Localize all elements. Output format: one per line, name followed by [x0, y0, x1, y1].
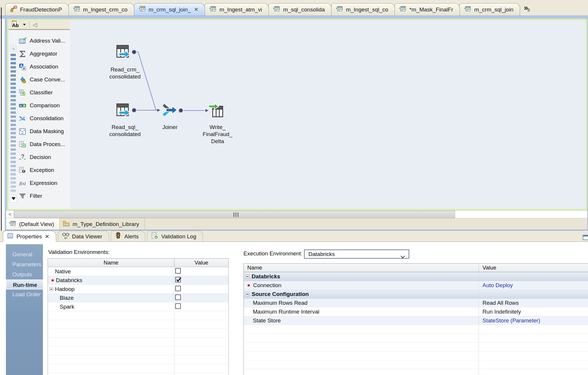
collapse-expander-icon[interactable]	[245, 274, 249, 278]
execution-row-connection: ConnectionAuto Deploy	[244, 281, 588, 290]
table-header-row: Name Value	[244, 264, 588, 272]
palette-scrollbar[interactable]	[10, 30, 17, 209]
panel-tab-properties[interactable]: Properties✕	[3, 231, 56, 242]
view-tab-m_type_definition_library[interactable]: m_Type_Definition_Library	[60, 218, 145, 230]
collapse-palette-button[interactable]: ◁	[33, 21, 37, 28]
palette-item-label: Filter	[30, 193, 42, 199]
checkbox-checked[interactable]	[175, 277, 181, 282]
expression-icon: f(x)	[19, 179, 26, 187]
font-tool-icon[interactable]: Ab	[11, 20, 21, 29]
palette-item-label: Association	[30, 63, 58, 70]
column-header-name[interactable]: Name	[48, 259, 174, 267]
palette-item-data-processor[interactable]: Data Proces...	[19, 138, 70, 151]
property-name: Source Configuration	[252, 291, 309, 297]
execution-environment-select[interactable]: Databricks	[304, 250, 409, 259]
close-view-icon[interactable]: ✕	[45, 233, 49, 240]
close-tab-icon[interactable]: ✕	[194, 7, 198, 12]
nav-item-outputs[interactable]: Outputs	[6, 269, 43, 279]
required-indicator	[248, 284, 250, 287]
checkbox-unchecked[interactable]	[175, 294, 181, 300]
alerts-icon	[115, 232, 122, 241]
panel-tab-validation-log[interactable]: Validation Log	[147, 231, 203, 242]
editor-tab--m_mask_finalfr[interactable]: *m_Mask_FinalFr	[395, 3, 460, 16]
editor-tab-m_sql_consolida[interactable]: m_sql_consolida	[268, 3, 332, 16]
checkbox-unchecked[interactable]	[175, 286, 181, 291]
triangle-down-icon	[11, 197, 16, 200]
checkbox-unchecked[interactable]	[175, 303, 181, 309]
node-label-joiner[interactable]: Joiner	[162, 124, 178, 131]
editor-tab-m_crm_sql_join[interactable]: m_crm_sql_join	[460, 3, 520, 16]
panel-tab-label: Properties	[16, 233, 42, 240]
nav-item-parameters[interactable]: Parameters	[6, 260, 43, 269]
node-label-read_sql[interactable]: Read_sql_ consolidated	[109, 124, 141, 138]
palette-scroll-dash	[11, 169, 16, 171]
diagram-view-tabs: (Default View) m_Type_Definition_Library	[6, 218, 587, 230]
node-label-write[interactable]: Write_ FinalFraud_ Delta	[203, 124, 232, 145]
checkbox-unchecked[interactable]	[175, 268, 181, 274]
execution-empty-row	[244, 360, 588, 369]
svg-text:f(x): f(x)	[19, 181, 26, 186]
column-header-name[interactable]: Name	[244, 264, 479, 272]
panel-tab-alerts[interactable]: Alerts	[111, 231, 146, 242]
collapse-expander-icon[interactable]	[245, 292, 249, 296]
palette-item-decision[interactable]: ? Decision	[19, 151, 70, 164]
palette-item-data-masking[interactable]: Data Masking	[19, 125, 70, 138]
execution-row-name: Connection	[244, 281, 479, 290]
palette-scroll-track[interactable]	[11, 54, 16, 194]
palette-item-consolidation[interactable]: Consolidation	[19, 112, 70, 125]
panel-maximize-icon[interactable]	[583, 235, 588, 242]
palette-item-label: Classifier	[30, 89, 53, 96]
classifier-icon	[19, 89, 26, 97]
execution-row-maximum-rows-read: Maximum Rows ReadRead All Rows	[244, 299, 588, 307]
mapping-canvas[interactable]: Read_crm_ consolidatedRead_sql_ consolid…	[70, 20, 586, 209]
editor-tab-m_ingest_sql_co[interactable]: m_Ingest_sql_co	[331, 3, 395, 16]
nav-item-load-order[interactable]: Load Order	[6, 289, 43, 299]
canvas-horizontal-scrollbar[interactable]: <	[6, 210, 587, 218]
scroll-left-button[interactable]: <	[6, 211, 14, 218]
nav-item-general[interactable]: General	[6, 250, 43, 260]
validation-row-name: Hadoop	[48, 285, 174, 294]
editor-tab-m_crm_sql_join_[interactable]: m_crm_sql_join_✕	[134, 3, 205, 16]
palette-item-filter[interactable]: Filter	[19, 190, 70, 202]
palette-scroll-dash	[11, 58, 16, 60]
property-value-link[interactable]: StateStore (Parameter)	[482, 317, 540, 324]
palette-item-association[interactable]: A A Association	[19, 60, 70, 73]
address-validator-icon	[19, 37, 26, 45]
palette-item-expression[interactable]: f(x) Expression	[19, 177, 70, 190]
validation-empty-row	[48, 346, 229, 355]
editor-tab-frauddetectionp[interactable]: FraudDetectionP	[5, 3, 69, 16]
panel-tab-data-viewer[interactable]: x= Data Viewer	[58, 231, 109, 242]
column-header-value[interactable]: Value	[174, 259, 229, 267]
collapse-expander-icon[interactable]	[49, 287, 53, 291]
palette-scroll-dash	[11, 177, 16, 180]
palette-item-address-validator[interactable]: Address Vali...	[19, 34, 70, 47]
palette-item-aggregator[interactable]: Aggregator	[19, 47, 70, 60]
palette-item-exception[interactable]: Exception	[19, 164, 70, 177]
palette-item-label: Decision	[30, 154, 51, 160]
execution-row-databricks: Databricks	[244, 272, 588, 281]
case-converter-icon	[19, 76, 26, 84]
empty-cell	[48, 311, 174, 320]
palette-scroll-up-button[interactable]	[10, 45, 16, 52]
nav-item-run-time[interactable]: Run-time	[6, 279, 43, 289]
execution-environment-label: Execution Environment:	[243, 250, 303, 257]
palette-item-classifier[interactable]: Classifier	[19, 86, 70, 99]
empty-cell	[48, 373, 174, 375]
palette-item-case-converter[interactable]: Case Conve...	[19, 73, 70, 86]
property-value-link[interactable]: Auto Deploy	[482, 282, 513, 288]
svg-text:A: A	[23, 66, 25, 70]
execution-empty-row	[244, 334, 588, 343]
palette-scroll-dash	[11, 99, 16, 101]
palette-item-comparison[interactable]: A B Comparison	[19, 99, 70, 112]
properties-nav: GeneralParametersOutputsRun-timeLoad Ord…	[6, 244, 43, 375]
font-tool-dropdown-caret[interactable]	[23, 24, 26, 26]
execution-properties-table: Name ValueDatabricksConnectionAuto Deplo…	[243, 263, 588, 375]
editor-tab-m_ingest_atm_vi[interactable]: m_Ingest_atm_vi	[205, 3, 269, 16]
scrollbar-thumb[interactable]	[14, 211, 455, 218]
view-tab--default-view-[interactable]: (Default View)	[6, 218, 60, 230]
column-header-value[interactable]: Value	[479, 264, 588, 272]
editor-tab-m_ingest_crm_co[interactable]: m_Ingest_crm_co	[69, 3, 134, 16]
palette-scroll-down-button[interactable]	[10, 195, 16, 202]
tab-overflow-chevron[interactable]: »5	[524, 4, 530, 12]
node-label-read_crm[interactable]: Read_crm_ consolidated	[109, 66, 141, 80]
